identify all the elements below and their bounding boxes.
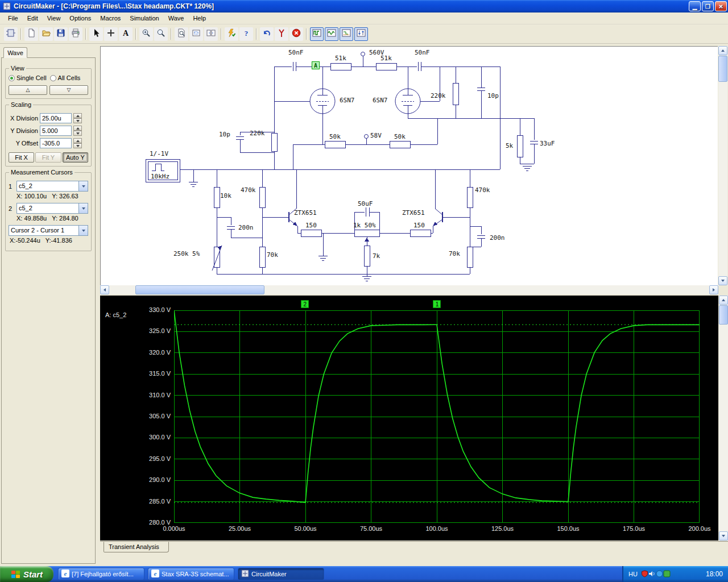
open-file-button[interactable] bbox=[39, 27, 53, 41]
fit-y-button[interactable]: Fit Y bbox=[35, 152, 61, 163]
taskbar-task-3[interactable]: CircuitMaker bbox=[238, 568, 324, 580]
x-axis-tick-label: 25.00us bbox=[229, 525, 251, 532]
scroll-right-icon[interactable] bbox=[709, 285, 718, 294]
cursor-2-signal-select[interactable]: c5_2 bbox=[16, 203, 88, 214]
y-division-spinner[interactable] bbox=[73, 126, 82, 136]
y-offset-input[interactable] bbox=[40, 138, 72, 148]
y-division-input[interactable] bbox=[40, 126, 72, 136]
print-button[interactable] bbox=[69, 27, 82, 41]
undo-button[interactable] bbox=[260, 27, 274, 41]
cursor-flag-1[interactable]: 1 bbox=[433, 300, 441, 308]
zoom-page-icon bbox=[177, 28, 186, 39]
move-up-button[interactable]: △ bbox=[9, 85, 47, 95]
wave-mixed-button[interactable] bbox=[340, 27, 353, 41]
scroll-left-icon[interactable] bbox=[100, 285, 109, 294]
taskbar-task-1[interactable]: e[7] Fejhallgató erősít... bbox=[58, 568, 144, 580]
component-label: 10p bbox=[487, 92, 499, 99]
y-axis-tick-label: 320.0 V bbox=[121, 349, 171, 356]
component-label: 220k bbox=[250, 130, 265, 137]
x-division-spinner[interactable] bbox=[73, 113, 82, 123]
tab-wave[interactable]: Wave bbox=[3, 47, 27, 58]
wave-analog-button[interactable] bbox=[325, 27, 338, 41]
toolbar-separator bbox=[171, 28, 172, 40]
y-offset-spinner[interactable] bbox=[73, 138, 82, 148]
language-indicator[interactable]: HU bbox=[628, 571, 638, 577]
schematic-horizontal-scrollbar[interactable] bbox=[100, 285, 718, 294]
close-button[interactable]: ✕ bbox=[715, 1, 727, 11]
waveform-panel[interactable]: A: c5_2 330.0 V325.0 V320.0 V315.0 V310.… bbox=[100, 296, 718, 541]
simulation-check-button[interactable] bbox=[225, 27, 238, 41]
messenger-icon[interactable] bbox=[663, 570, 671, 577]
menu-help[interactable]: Help bbox=[188, 13, 210, 23]
select-cursor-button[interactable] bbox=[89, 27, 103, 41]
cursor-flag-2[interactable]: 2 bbox=[301, 300, 309, 308]
radio-all-cells[interactable]: All Cells bbox=[50, 74, 81, 81]
component-label: 250k 5% bbox=[173, 250, 200, 257]
wave-digital-icon bbox=[312, 28, 321, 39]
system-tray: HU 18:00 bbox=[622, 566, 728, 582]
scrollbar-thumb[interactable] bbox=[135, 285, 264, 294]
zoom-tool-button[interactable] bbox=[139, 27, 153, 41]
menu-options[interactable]: Options bbox=[65, 13, 96, 23]
taskbar: Start e[7] Fejhallgató erősít...eStax SR… bbox=[0, 566, 728, 582]
cursor-1-signal-select[interactable]: c5_2 bbox=[16, 181, 88, 192]
tab-transient-analysis[interactable]: Transient Analysis bbox=[104, 542, 169, 552]
scaling-group-title: Scaling bbox=[9, 101, 33, 108]
wave-plot[interactable] bbox=[174, 310, 700, 523]
split-view-button[interactable] bbox=[204, 27, 218, 41]
wave-options-button[interactable] bbox=[354, 27, 368, 41]
magnifier-button[interactable] bbox=[154, 27, 168, 41]
stop-simulation-button[interactable] bbox=[289, 27, 303, 41]
chevron-down-icon[interactable] bbox=[78, 203, 88, 213]
cursor-diff-select[interactable]: Cursor 2 - Cursor 1 bbox=[9, 225, 88, 236]
new-document-button[interactable] bbox=[24, 27, 38, 41]
scroll-up-icon[interactable] bbox=[718, 46, 727, 55]
cursor-diff-value: Cursor 2 - Cursor 1 bbox=[9, 226, 78, 235]
waveform-vertical-scrollbar[interactable] bbox=[719, 296, 728, 541]
fit-x-button[interactable]: Fit X bbox=[9, 152, 34, 163]
menu-view[interactable]: View bbox=[43, 13, 65, 23]
menu-simulation[interactable]: Simulation bbox=[125, 13, 163, 23]
scroll-down-icon[interactable] bbox=[719, 531, 728, 541]
probe-marker[interactable]: A bbox=[312, 61, 320, 69]
task-label: CircuitMaker bbox=[251, 571, 321, 577]
menu-file[interactable]: File bbox=[3, 13, 23, 23]
shield-icon[interactable] bbox=[641, 570, 648, 577]
schematic-vertical-scrollbar[interactable] bbox=[718, 46, 727, 285]
radio-single-cell[interactable]: Single Cell bbox=[9, 74, 47, 81]
auto-y-button[interactable]: Auto Y bbox=[63, 152, 88, 163]
component-label: 50nF bbox=[288, 49, 304, 56]
zoom-page-button[interactable] bbox=[175, 27, 188, 41]
help-button[interactable]: ? bbox=[239, 27, 253, 41]
maximize-button[interactable]: ❐ bbox=[702, 1, 714, 11]
volume-icon[interactable] bbox=[648, 570, 656, 577]
radio-all-cells-label: All Cells bbox=[58, 74, 81, 81]
minimize-button[interactable]: ▁ bbox=[689, 1, 701, 11]
text-tool-button[interactable]: A bbox=[119, 27, 133, 41]
menu-macros[interactable]: Macros bbox=[96, 13, 125, 23]
wire-plus-button[interactable] bbox=[104, 27, 118, 41]
scrollbar-thumb[interactable] bbox=[718, 56, 727, 82]
schematic-canvas[interactable]: 50nFA51k560V51k50nF6SN76SN7220k10p10p220… bbox=[100, 46, 718, 285]
probe-tool-button[interactable] bbox=[275, 27, 288, 41]
x-division-input[interactable] bbox=[40, 113, 72, 123]
wave-digital-button[interactable] bbox=[310, 27, 324, 41]
start-button[interactable]: Start bbox=[0, 566, 53, 582]
menu-wave[interactable]: Wave bbox=[164, 13, 189, 23]
move-down-button[interactable]: ▽ bbox=[49, 85, 88, 95]
cursor-1-signal-value: c5_2 bbox=[17, 181, 78, 191]
menu-edit[interactable]: Edit bbox=[23, 13, 43, 23]
scroll-down-icon[interactable] bbox=[718, 276, 727, 285]
circuitmaker-logo-button[interactable] bbox=[4, 27, 18, 41]
network-icon[interactable] bbox=[656, 570, 663, 577]
taskbar-task-2[interactable]: eStax SRA-3S schemat... bbox=[148, 568, 234, 580]
scrollbar-thumb[interactable] bbox=[719, 305, 728, 325]
y-axis-tick-label: 295.0 V bbox=[121, 455, 171, 462]
select-cursor-icon bbox=[92, 28, 101, 39]
zoom-select-button[interactable] bbox=[189, 27, 203, 41]
chevron-down-icon[interactable] bbox=[78, 181, 88, 191]
chevron-down-icon[interactable] bbox=[78, 226, 88, 235]
scroll-up-icon[interactable] bbox=[719, 296, 728, 305]
save-file-button[interactable] bbox=[54, 27, 68, 41]
title-bar: CircuitMaker - [C:\Program Files\...\Sta… bbox=[0, 0, 728, 13]
